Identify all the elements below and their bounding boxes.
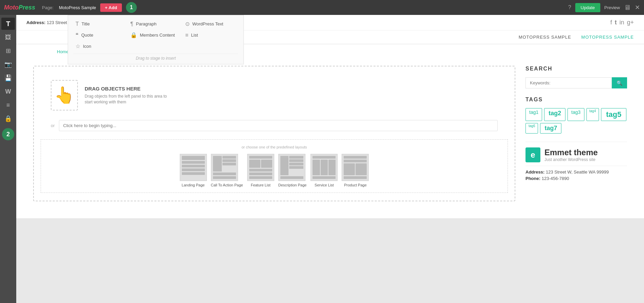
monitor-icon[interactable]: 🖥: [624, 4, 631, 12]
sidebar-icon-text[interactable]: T: [1, 18, 15, 30]
or-label: or: [51, 123, 55, 128]
badge-2[interactable]: 2: [2, 128, 14, 140]
layout-product-page[interactable]: Product Page: [342, 154, 369, 187]
drag-objects-box: 👆 DRAG OBJECTS HERE Drag objects from th…: [41, 73, 508, 117]
page-content: 👆 DRAG OBJECTS HERE Drag objects from th…: [16, 59, 644, 218]
drag-finger-icon: 👆: [54, 86, 74, 105]
widget-list[interactable]: ≡ List: [183, 31, 238, 40]
cta-page-thumb: [211, 154, 238, 181]
widget-members-label: Members Content: [140, 33, 175, 38]
tag-tag3[interactable]: tag3: [567, 108, 584, 121]
sidebar-column: SEARCH 🔍 TAGS tag1 tag2 tag3 tag4 tag5 t…: [525, 59, 627, 208]
drop-area[interactable]: 👆 DRAG OBJECTS HERE Drag objects from th…: [33, 66, 515, 201]
nav-link-2[interactable]: MOTOPRESS SAMPLE: [581, 35, 634, 40]
linkedin-icon[interactable]: in: [619, 19, 624, 26]
search-row: 🔍: [525, 77, 627, 88]
emmet-subtitle: Just another WordPress site: [544, 157, 598, 162]
toolbar: MotoPress Page: MotoPress Sample + Add 1…: [0, 0, 644, 15]
feature-list-label: Feature List: [247, 183, 274, 187]
widget-wp-text-label: WordPress Text: [192, 21, 223, 26]
sidebar-icon-wp[interactable]: W: [1, 85, 15, 98]
wp-text-widget-icon: ⊙: [185, 21, 190, 27]
emmet-phone-label: Phone:: [525, 176, 540, 181]
emmet-logo-box: e: [525, 147, 540, 162]
update-button[interactable]: Update: [575, 3, 600, 12]
cta-page-label: Call To Action Page: [211, 183, 243, 187]
googleplus-icon[interactable]: g+: [627, 19, 634, 26]
drag-text: DRAG OBJECTS HERE Drag objects from the …: [85, 86, 167, 105]
icon-widget-icon: ☆: [76, 43, 80, 49]
layout-feature-list[interactable]: Feature List: [247, 154, 274, 187]
page-label: Page:: [42, 5, 53, 10]
sidebar-icon-widget[interactable]: ⊞: [1, 45, 15, 57]
sidebar-icon-lines[interactable]: ≡: [1, 99, 15, 111]
preview-button[interactable]: Preview: [604, 5, 620, 10]
close-button[interactable]: ✕: [635, 4, 640, 11]
nav-link-1[interactable]: MOTOPRESS SAMPLE: [519, 35, 571, 40]
tags-section: TAGS tag1 tag2 tag3 tag4 tag5 tag6 tag7: [525, 97, 627, 134]
widget-list-label: List: [191, 33, 198, 38]
search-section-title: SEARCH: [525, 66, 627, 72]
tags-title: TAGS: [525, 97, 627, 103]
tag-tag4[interactable]: tag4: [586, 108, 599, 121]
page-name: MotoPress Sample: [59, 5, 96, 10]
widget-quote[interactable]: ❝ Quote: [73, 31, 128, 40]
emmet-address-value: 123 Street W, Seattle WA 99999: [546, 169, 609, 175]
emmet-title-block: Emmet theme Just another WordPress site: [544, 148, 598, 162]
facebook-icon[interactable]: f: [610, 19, 612, 26]
layout-service-list[interactable]: Service List: [310, 154, 338, 187]
predefined-label: or choose one of the predefined layouts: [46, 145, 502, 149]
widget-quote-label: Quote: [81, 33, 93, 38]
tag-tag5[interactable]: tag5: [601, 108, 626, 121]
tags-wrap: tag1 tag2 tag3 tag4 tag5 tag6 tag7: [525, 108, 627, 134]
widget-grid: T Title ¶ Paragraph ⊙ WordPress Text ❝ Q…: [73, 19, 238, 51]
widget-icon-label: Icon: [83, 44, 91, 49]
drag-icon-box: 👆: [51, 80, 78, 110]
emmet-phone: Phone: 123-456-7890: [525, 176, 627, 181]
drag-desc: Drag objects from the left panel to this…: [85, 94, 167, 105]
sidebar-icon-image[interactable]: 🖼: [1, 31, 15, 43]
service-list-thumb: [310, 154, 338, 181]
emmet-title: Emmet theme: [544, 148, 598, 157]
layout-description-page[interactable]: Description Page: [278, 154, 307, 187]
search-button[interactable]: 🔍: [612, 77, 627, 88]
product-page-thumb: [342, 154, 369, 181]
search-input[interactable]: [525, 77, 612, 88]
tag-tag2[interactable]: tag2: [544, 108, 565, 121]
product-page-label: Product Page: [342, 183, 369, 187]
predefined-section: or choose one of the predefined layouts: [41, 139, 508, 193]
sidebar-icon-save[interactable]: 💾: [1, 72, 15, 84]
emmet-phone-value: 123-456-7890: [542, 176, 569, 181]
widget-paragraph[interactable]: ¶ Paragraph: [128, 19, 183, 28]
social-icons: f t in g+: [610, 19, 634, 26]
sidebar-icon-camera[interactable]: 📷: [1, 58, 15, 70]
tag-tag7[interactable]: tag7: [540, 123, 561, 134]
drag-title: DRAG OBJECTS HERE: [85, 86, 167, 92]
logo-text: MotoPress: [4, 4, 35, 11]
layout-landing-page[interactable]: Landing Page: [180, 154, 207, 187]
quote-widget-icon: ❝: [76, 32, 79, 38]
add-button[interactable]: + Add: [100, 3, 122, 12]
breadcrumb-home[interactable]: Home: [57, 49, 69, 54]
emmet-card: e Emmet theme Just another WordPress sit…: [525, 142, 627, 181]
tag-tag6[interactable]: tag6: [525, 123, 538, 134]
twitter-icon[interactable]: t: [615, 19, 617, 26]
layout-cta-page[interactable]: Call To Action Page: [211, 154, 243, 187]
layout-grid: Landing Page: [46, 154, 502, 187]
badge-1[interactable]: 1: [126, 2, 137, 13]
title-widget-icon: T: [76, 21, 79, 27]
widget-title[interactable]: T Title: [73, 19, 128, 28]
widget-paragraph-label: Paragraph: [136, 21, 157, 26]
drag-hint: Drag to stage to insert: [73, 54, 238, 61]
left-sidebar: T 🖼 ⊞ 📷 💾 W ≡ 🔒 2: [0, 15, 16, 303]
tag-tag1[interactable]: tag1: [525, 108, 542, 121]
type-input[interactable]: [59, 120, 498, 131]
service-list-label: Service List: [310, 183, 338, 187]
widget-icon[interactable]: ☆ Icon: [73, 42, 128, 51]
widget-wordpress-text[interactable]: ⊙ WordPress Text: [183, 19, 238, 28]
sidebar-icon-lock[interactable]: 🔒: [1, 113, 15, 125]
help-button[interactable]: ?: [568, 4, 571, 11]
emmet-divider: [525, 166, 627, 166]
widget-members-content[interactable]: 🔒 Members Content: [128, 31, 183, 40]
or-row: or: [41, 117, 508, 134]
